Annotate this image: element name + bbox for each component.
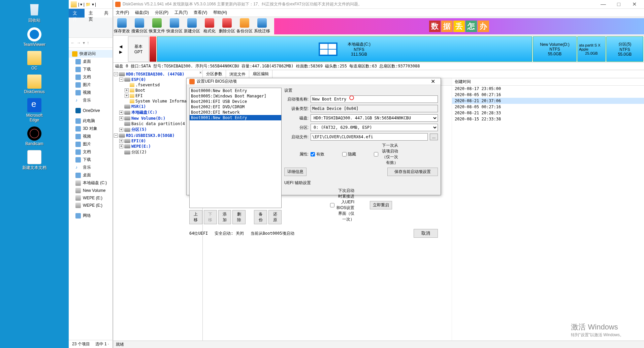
nav-3d[interactable]: 3D 对象 [69, 125, 112, 133]
add-button[interactable]: 添加 [218, 210, 231, 224]
maximize-button[interactable]: □ [611, 1, 626, 7]
nav-downloads2[interactable]: 下载 [69, 156, 112, 164]
tool-search[interactable]: 搜索分区 [131, 18, 148, 34]
nav-newvol[interactable]: New Volume [69, 187, 112, 194]
up-button[interactable]: ↑ [87, 40, 89, 45]
nav-cdrive[interactable]: 本地磁盘 (C:) [69, 179, 112, 187]
nav-wepe1[interactable]: WEPE (E:) [69, 194, 112, 202]
boot-entry-list[interactable]: Boot0000:New Boot Entry Boot0005:[Window… [189, 88, 282, 208]
next-disk-button[interactable]: ▶ [119, 50, 122, 54]
desktop-icon-bandicam[interactable]: Bandicam [22, 126, 47, 146]
desktop-icon-edge[interactable]: Microsoft Edge [22, 98, 47, 122]
desktop-icon-oc[interactable]: OC [22, 51, 47, 70]
file-time-row[interactable]: 2020-08-21 20:28:33 [452, 110, 644, 116]
partition-d[interactable]: New Volume(D:)NTFS55.0GB [533, 36, 577, 62]
chk-enter-bios[interactable]: 下次启动时直接进入UEFI BIOS设置界面（仅一次） [330, 188, 354, 222]
chk-once[interactable]: 下一次从该项启动（仅一次有效） [374, 143, 398, 166]
nav-documents[interactable]: 文档 [69, 73, 112, 81]
nav-desktop[interactable]: 桌面 [69, 58, 112, 65]
nav-thispc[interactable]: 此电脑 [69, 117, 112, 125]
boot-entry[interactable]: Boot0000:New Boot Entry [190, 88, 281, 93]
file-time-row[interactable]: 2020-08-05 00:27:16 [452, 104, 644, 110]
back-button[interactable]: ← [71, 40, 75, 45]
boot-entry[interactable]: Boot2002:EFI DVD/CDROM [190, 104, 281, 110]
col-hdr-time[interactable]: 创建时间 [452, 78, 644, 86]
boot-entry[interactable]: Boot2001:EFI USB Device [190, 99, 281, 104]
dialog-close-button[interactable]: ✕ [428, 78, 438, 85]
file-time-row[interactable]: 2020-08-21 20:37:06 [452, 98, 644, 104]
prev-disk-button[interactable]: ◀ [119, 44, 122, 49]
disk-select[interactable]: HD0:TOSHIBAQ300. 447.1GB SN:565B44N0KCBU [311, 114, 438, 122]
browse-button[interactable]: ... [430, 134, 438, 140]
boot-file-input[interactable] [311, 133, 428, 141]
tool-quickpart[interactable]: 快速分区 [166, 18, 183, 34]
partition-esp[interactable] [150, 36, 156, 62]
nav-wepe2[interactable]: WEPE (E:) [69, 202, 112, 209]
tab-sector-edit[interactable]: 扇区编辑 [249, 70, 272, 78]
boot-name-input[interactable] [311, 95, 438, 103]
menu-help[interactable]: 帮助(H) [211, 9, 230, 16]
save-boot-button[interactable]: 保存当前启动项设置 [387, 168, 438, 176]
tab-share[interactable]: 共 [100, 9, 112, 18]
move-up-button[interactable]: 上移 [189, 210, 202, 224]
menu-disk[interactable]: 磁盘(D) [132, 9, 152, 16]
tool-recover[interactable]: 恢复文件 [148, 18, 166, 34]
dialog-titlebar[interactable]: 设置UEFI BIOS启动项 ✕ [187, 78, 441, 85]
restore-button[interactable]: 还原 [268, 210, 282, 224]
desktop-icon-recycle[interactable]: 回收站 [22, 3, 47, 23]
nav-desktop2[interactable]: 桌面 [69, 171, 112, 179]
disk-scheme[interactable]: 基本GPT [128, 36, 149, 62]
minimize-button[interactable]: — [595, 1, 611, 7]
tree-close-button[interactable]: × [199, 70, 202, 75]
cancel-button[interactable]: 取消 [414, 229, 438, 238]
file-time-row[interactable]: 2020-08-17 23:05:00 [452, 86, 644, 92]
desktop-icon-diskgenius[interactable]: DiskGenius [22, 75, 47, 94]
partition-5[interactable]: 分区(5)NTFS55.0GB [606, 36, 643, 62]
menu-tools[interactable]: 工具(T) [172, 9, 190, 16]
file-time-row[interactable]: 2020-08-05 00:27:16 [452, 92, 644, 98]
menu-partition[interactable]: 分区(P) [152, 9, 171, 16]
tool-backup[interactable]: 备份分区 [236, 18, 253, 34]
explorer-titlebar[interactable]: | ▾ | 📁 ▾ | [69, 0, 112, 9]
menu-file[interactable]: 文件(F) [113, 9, 132, 16]
tab-home[interactable]: 主页 [85, 9, 100, 18]
move-down-button[interactable]: 下移 [204, 210, 217, 224]
nav-quick-access[interactable]: 快速访问 [69, 50, 112, 58]
reboot-now-button[interactable]: 立即重启 [370, 201, 392, 209]
nav-onedrive[interactable]: OneDrive [69, 107, 112, 114]
boot-entry[interactable]: Boot0005:[Windows Boot Manager] [190, 93, 281, 99]
nav-pictures2[interactable]: 图片 [69, 140, 112, 148]
dg-titlebar[interactable]: DiskGenius V5.2.1.941 x64 发现新版本 V5.3.0.1… [113, 0, 644, 9]
menu-view[interactable]: 查看(V) [191, 9, 210, 16]
tab-browse-files[interactable]: 浏览文件 [226, 70, 249, 78]
backup-button[interactable]: 备份 [254, 210, 267, 224]
nav-documents2[interactable]: 文档 [69, 148, 112, 156]
tool-delpart[interactable]: 删除分区 [218, 18, 236, 34]
nav-music2[interactable]: ♪音乐 [69, 164, 112, 171]
dg-banner-ad[interactable]: 数据丢怎办 [274, 18, 644, 34]
partition-select[interactable]: 0: (FAT32, 629.0MB, ESP) [311, 124, 438, 131]
close-button[interactable]: ✕ [626, 1, 642, 7]
nav-music[interactable]: ♪音乐 [69, 96, 112, 104]
tool-format[interactable]: 格式化 [201, 18, 218, 34]
file-time-row[interactable]: 2020-08-15 22:33:38 [452, 116, 644, 122]
nav-pictures[interactable]: 图片 [69, 81, 112, 89]
delete-button[interactable]: 删除 [232, 210, 246, 224]
tool-save[interactable]: 保存更改 [113, 18, 131, 34]
partition-c[interactable]: 本地磁盘(C:) NTFS 311.5GB [157, 36, 532, 62]
tool-newpart[interactable]: 新建分区 [183, 18, 201, 34]
desktop-icon-newtext[interactable]: 新建文本文档 [22, 150, 47, 171]
partition-apple[interactable]: ata partit S X Apple25.0GB [577, 36, 606, 62]
tree-hd0[interactable]: −HD0:TOSHIBAQ300. (447GB) [114, 71, 202, 77]
detail-button[interactable]: 详细信息 [284, 168, 307, 176]
chk-valid[interactable]: 有效 [311, 151, 335, 157]
tab-parameters[interactable]: 分区参数 [203, 70, 226, 78]
tab-file[interactable]: 文件 [69, 9, 85, 18]
desktop-icon-teamviewer[interactable]: TeamViewer [22, 27, 47, 47]
boot-entry[interactable]: Boot2003:EFI Network [190, 110, 281, 115]
nav-videos[interactable]: 视频 [69, 89, 112, 96]
nav-videos2[interactable]: 视频 [69, 133, 112, 140]
nav-downloads[interactable]: 下载 [69, 65, 112, 73]
forward-button[interactable]: → [77, 40, 81, 45]
nav-network[interactable]: 网络 [69, 212, 112, 220]
